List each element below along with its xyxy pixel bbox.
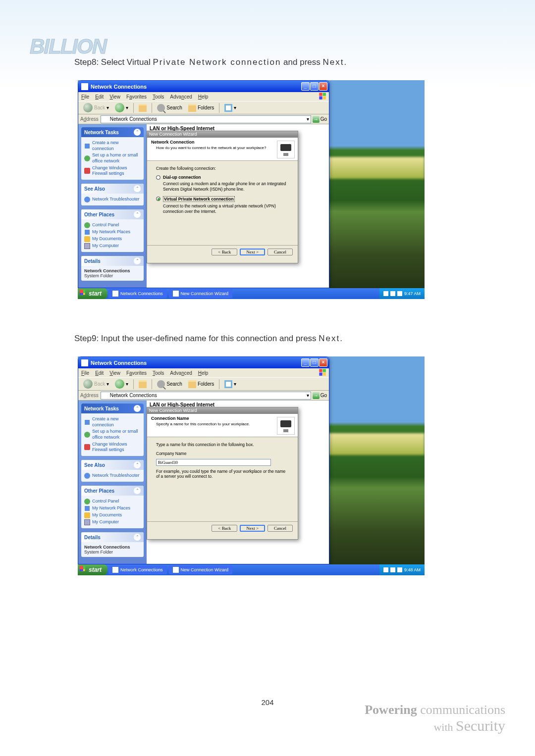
link-troubleshooter[interactable]: Network Troubleshooter xyxy=(84,472,141,479)
link-my-computer[interactable]: My Computer xyxy=(84,243,141,250)
back-button[interactable]: < Back xyxy=(212,525,237,532)
task-firewall[interactable]: Change Windows Firewall settings xyxy=(84,165,141,177)
taskbar-item-wizard[interactable]: New Connection Wizard xyxy=(169,565,233,574)
task-create-connection[interactable]: Create a new connection xyxy=(84,140,141,152)
step8-text: Step8: Select Virtual Private Network co… xyxy=(74,57,485,67)
go-icon: → xyxy=(313,116,320,123)
back-button[interactable]: Back ▾ xyxy=(81,378,111,390)
titlebar[interactable]: Network Connections _ □ × xyxy=(78,357,329,368)
menu-help[interactable]: Help xyxy=(198,94,209,100)
address-field[interactable]: Network Connections ▾ xyxy=(101,392,311,400)
panel-header[interactable]: Details⌃ xyxy=(81,532,144,542)
menu-file[interactable]: File xyxy=(81,94,89,100)
app-icon xyxy=(173,291,179,297)
back-button[interactable]: < Back xyxy=(212,249,237,255)
explorer-window: Network Connections _ □ × File Edit View… xyxy=(78,356,329,564)
cancel-button[interactable]: Cancel xyxy=(268,525,293,532)
link-troubleshooter[interactable]: Network Troubleshooter xyxy=(84,196,141,203)
documents-icon xyxy=(84,512,90,518)
link-network-places[interactable]: My Network Places xyxy=(84,505,141,512)
minimize-button[interactable]: _ xyxy=(301,82,310,91)
link-documents[interactable]: My Documents xyxy=(84,512,141,519)
link-my-computer[interactable]: My Computer xyxy=(84,519,141,526)
menu-view[interactable]: View xyxy=(109,370,120,376)
link-control-panel[interactable]: Control Panel xyxy=(84,222,141,229)
link-control-panel[interactable]: Control Panel xyxy=(84,498,141,505)
address-dropdown-icon[interactable]: ▾ xyxy=(307,116,309,122)
views-button[interactable]: ▾ xyxy=(222,103,238,113)
panel-header[interactable]: Network Tasks⌃ xyxy=(81,127,144,137)
maximize-button[interactable]: □ xyxy=(310,82,319,91)
back-button[interactable]: Back ▾ xyxy=(81,102,111,113)
go-button[interactable]: →Go xyxy=(313,116,327,123)
tray-icon xyxy=(390,291,395,296)
menu-favorites[interactable]: Favorites xyxy=(126,370,147,376)
tray-time: 9:47 AM xyxy=(404,291,421,296)
menu-advanced[interactable]: Advanced xyxy=(170,94,192,100)
panel-header[interactable]: Other Places⌃ xyxy=(81,209,144,219)
search-button[interactable]: Search xyxy=(155,103,184,113)
firewall-icon xyxy=(84,444,90,450)
menu-advanced[interactable]: Advanced xyxy=(170,370,192,376)
address-label: Address xyxy=(80,116,99,122)
system-tray[interactable]: 9:47 AM xyxy=(379,288,425,299)
titlebar[interactable]: Network Connections _ □ × xyxy=(78,81,329,92)
menu-view[interactable]: View xyxy=(109,94,120,100)
cancel-button[interactable]: Cancel xyxy=(268,249,293,255)
address-dropdown-icon[interactable]: ▾ xyxy=(307,393,309,398)
maximize-button[interactable]: □ xyxy=(310,358,319,367)
start-button[interactable]: start xyxy=(78,288,107,299)
task-create-connection[interactable]: Create a new connection xyxy=(84,416,141,428)
minimize-button[interactable]: _ xyxy=(301,358,310,367)
window-buttons: _ □ × xyxy=(301,82,327,91)
system-tray[interactable]: 9:48 AM xyxy=(379,564,425,575)
taskbar-item-network[interactable]: Network Connections xyxy=(108,289,167,298)
forward-button[interactable]: ▾ xyxy=(113,102,130,113)
up-button[interactable] xyxy=(137,379,149,389)
task-setup-network[interactable]: Set up a home or small office network xyxy=(84,428,141,441)
menu-tools[interactable]: Tools xyxy=(153,94,164,100)
menu-file[interactable]: File xyxy=(81,370,89,376)
panel-header[interactable]: Details⌃ xyxy=(81,256,144,266)
menu-tools[interactable]: Tools xyxy=(153,370,164,376)
task-setup-network[interactable]: Set up a home or small office network xyxy=(84,152,141,164)
panel-header[interactable]: Other Places⌃ xyxy=(81,486,144,496)
menu-edit[interactable]: Edit xyxy=(95,370,104,376)
close-button[interactable]: × xyxy=(319,82,327,91)
close-button[interactable]: × xyxy=(319,358,327,367)
menu-help[interactable]: Help xyxy=(198,370,209,376)
link-network-places[interactable]: My Network Places xyxy=(84,229,141,236)
panel-header[interactable]: See Also⌃ xyxy=(81,184,144,194)
radio-dialup[interactable]: Dial-up connection xyxy=(156,175,289,180)
wizard-titlebar[interactable]: New Connection Wizard xyxy=(147,131,298,138)
side-panel: Network Tasks⌃ Create a new connection S… xyxy=(78,124,147,288)
radio-dialup-desc: Connect using a modem and a regular phon… xyxy=(163,181,289,192)
views-button[interactable]: ▾ xyxy=(222,379,238,389)
up-button[interactable] xyxy=(137,103,149,113)
panel-header[interactable]: Network Tasks⌃ xyxy=(81,403,144,413)
start-button[interactable]: start xyxy=(78,564,107,575)
menu-favorites[interactable]: Favorites xyxy=(126,94,147,100)
next-button[interactable]: Next > xyxy=(240,525,265,532)
task-firewall[interactable]: Change Windows Firewall settings xyxy=(84,441,141,454)
link-documents[interactable]: My Documents xyxy=(84,236,141,243)
wizard-intro: Create the following connection: xyxy=(156,166,289,171)
next-button[interactable]: Next > xyxy=(240,249,265,255)
folders-button[interactable]: Folders xyxy=(186,379,216,389)
address-field[interactable]: Network Connections ▾ xyxy=(101,115,311,123)
taskbar-item-network[interactable]: Network Connections xyxy=(108,565,167,574)
tray-time: 9:48 AM xyxy=(404,567,421,572)
search-button[interactable]: Search xyxy=(155,379,184,389)
network-icon xyxy=(84,432,90,438)
menu-edit[interactable]: Edit xyxy=(95,94,104,100)
go-button[interactable]: →Go xyxy=(313,392,327,399)
radio-vpn[interactable]: Virtual Private Network connection xyxy=(156,196,289,202)
taskbar-item-wizard[interactable]: New Connection Wizard xyxy=(169,289,233,298)
content-area: LAN or High-Speed Internet New Connectio… xyxy=(147,401,329,564)
company-name-input[interactable] xyxy=(156,459,271,466)
wizard-titlebar[interactable]: New Connection Wizard xyxy=(147,407,298,414)
forward-button[interactable]: ▾ xyxy=(113,378,130,390)
folders-button[interactable]: Folders xyxy=(186,103,216,113)
taskbar: start Network Connections New Connection… xyxy=(78,288,425,299)
panel-header[interactable]: See Also⌃ xyxy=(81,460,144,470)
